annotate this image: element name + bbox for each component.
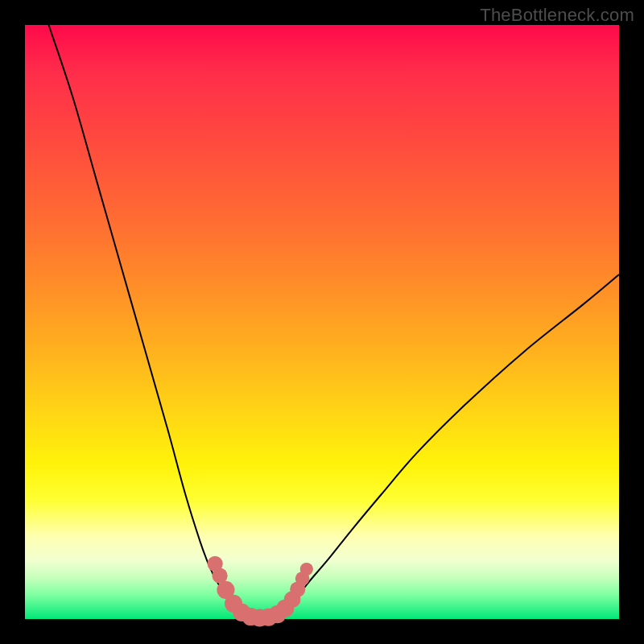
watermark-text: TheBottleneck.com (480, 5, 634, 26)
data-marker (300, 563, 313, 576)
chart-svg (25, 25, 619, 619)
right-curve (269, 275, 619, 619)
marker-group (208, 556, 313, 627)
left-curve (49, 25, 257, 619)
chart-frame: TheBottleneck.com (0, 0, 644, 644)
